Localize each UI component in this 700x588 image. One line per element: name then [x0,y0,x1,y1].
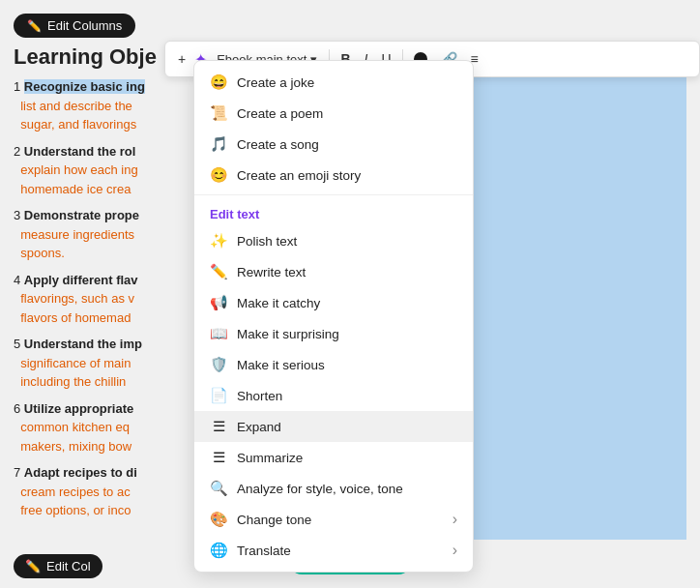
menu-item-create-poem[interactable]: 📜 Create a poem [194,98,473,129]
menu-divider [194,194,473,195]
menu-item-shorten[interactable]: 📄 Shorten [194,380,473,411]
list-item: 2 Understand the rol explain how each in… [14,142,207,199]
menu-item-translate[interactable]: 🌐 Translate [194,535,473,566]
pencil-icon-2: ✏️ [25,559,41,573]
menu-item-label: Create a joke [237,75,314,90]
analyze-icon: 🔍 [210,480,227,497]
menu-item-label: Rewrite text [237,265,306,279]
poem-icon: 📜 [210,104,227,122]
menu-item-change-tone[interactable]: 🎨 Change tone [194,504,473,535]
menu-item-label: Make it surprising [237,327,339,341]
tone-icon: 🎨 [210,511,227,528]
menu-item-emoji-story[interactable]: 😊 Create an emoji story [194,160,473,191]
translate-icon: 🌐 [210,542,227,559]
edit-columns-label: Edit Columns [47,18,122,33]
menu-item-label: Make it catchy [237,296,320,310]
context-menu: 😄 Create a joke 📜 Create a poem 🎵 Create… [193,60,474,573]
plus-icon: + [178,51,186,67]
menu-item-label: Make it serious [237,358,325,372]
expand-icon: ☰ [210,418,227,435]
menu-item-polish[interactable]: ✨ Polish text [194,225,473,256]
rewrite-icon: ✏️ [210,263,227,280]
edit-col-button[interactable]: ✏️ Edit Col [14,554,102,578]
add-button[interactable]: + [173,48,190,70]
emoji-icon: 😊 [210,166,227,184]
menu-item-surprising[interactable]: 📖 Make it surprising [194,318,473,349]
song-icon: 🎵 [210,135,227,153]
menu-item-rewrite[interactable]: ✏️ Rewrite text [194,256,473,287]
shorten-icon: 📄 [210,387,227,404]
page-title: Learning Obje [14,44,157,70]
list-item: 1 Recognize basic ing list and describe … [14,77,207,134]
list-item: 3 Demonstrate prope measure ingredients … [14,206,207,263]
menu-item-label: Create a song [237,137,319,152]
menu-item-label: Polish text [237,234,297,249]
menu-item-summarize[interactable]: ☰ Summarize [194,442,473,473]
menu-item-label: Analyze for style, voice, tone [237,482,403,496]
menu-item-label: Expand [237,420,281,434]
list-item: 6 Utilize appropriate common kitchen eq … [14,399,207,456]
menu-item-label: Create an emoji story [237,168,361,183]
serious-icon: 🛡️ [210,356,227,373]
menu-item-analyze[interactable]: 🔍 Analyze for style, voice, tone [194,473,473,504]
catchy-icon: 📢 [210,294,227,311]
menu-item-label: Summarize [237,451,303,465]
list-item: 7 Adapt recipes to di cream recipes to a… [14,463,207,520]
menu-item-label: Create a poem [237,106,323,121]
menu-item-label: Shorten [237,389,282,403]
joke-icon: 😄 [210,74,227,91]
left-column: 1 Recognize basic ing list and describe … [14,77,207,540]
list-item: 5 Understand the imp significance of mai… [14,335,207,392]
edit-text-header: Edit text [194,199,473,225]
menu-item-label: Translate [237,544,291,558]
menu-item-serious[interactable]: 🛡️ Make it serious [194,349,473,380]
menu-item-catchy[interactable]: 📢 Make it catchy [194,287,473,318]
edit-columns-button[interactable]: ✏️ Edit Columns [14,14,135,38]
menu-item-label: Change tone [237,513,311,527]
menu-item-create-song[interactable]: 🎵 Create a song [194,129,473,160]
menu-item-create-joke[interactable]: 😄 Create a joke [194,67,473,98]
surprising-icon: 📖 [210,325,227,342]
pencil-icon: ✏️ [27,19,42,33]
edit-col-label: Edit Col [46,559,91,573]
polish-icon: ✨ [210,232,227,250]
menu-item-expand[interactable]: ☰ Expand [194,411,473,442]
summarize-icon: ☰ [210,449,227,466]
list-item: 4 Apply different flav flavorings, such … [14,271,207,328]
